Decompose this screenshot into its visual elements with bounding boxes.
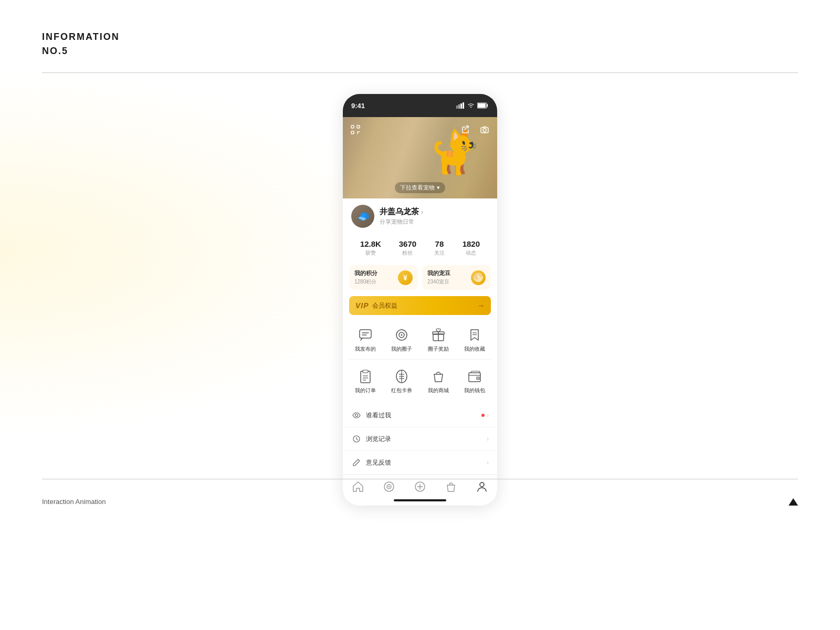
svg-rect-25: [363, 370, 368, 373]
stat-fans-label: 粉丝: [399, 249, 416, 257]
nav-item-shop-nav[interactable]: [435, 480, 466, 493]
svg-rect-8: [351, 131, 354, 134]
menu-grid-row1: 我发布的 我的圈子: [343, 318, 497, 359]
svg-point-37: [355, 414, 358, 417]
list-item-who-viewed-text: 谁看过我: [366, 411, 481, 420]
list-item-history-text: 浏览记录: [366, 435, 487, 444]
profile-info: 井盖乌龙茶 › 分享宠物日常: [380, 207, 423, 226]
svg-rect-5: [478, 103, 486, 108]
profile-bio: 分享宠物日常: [380, 218, 423, 226]
page-number: NO.5: [42, 46, 798, 57]
stats-row: 12.8K 获赞 3670 粉丝 78 关注 1820 动态: [343, 234, 497, 262]
page-header: INFORMATION NO.5: [0, 0, 840, 67]
share-icon[interactable]: [458, 122, 473, 137]
hero-right-icons: [458, 122, 492, 137]
menu-label-favorites: 我的收藏: [464, 345, 485, 353]
bean-card-left: 我的宠豆 2340宠豆: [427, 269, 450, 286]
stat-posts-label: 动态: [463, 249, 480, 257]
clock-icon: [351, 434, 362, 444]
phone-mockup: 9:41: [343, 94, 497, 506]
signal-icon: [456, 102, 465, 109]
svg-point-41: [388, 486, 390, 488]
circle-icon: [393, 327, 410, 343]
menu-item-orders[interactable]: 我的订单: [347, 364, 384, 398]
nav-item-profile[interactable]: [466, 480, 497, 493]
profile-section: 🧢 井盖乌龙茶 › 分享宠物日常: [343, 198, 497, 234]
status-time: 9:41: [351, 102, 365, 110]
menu-item-circle[interactable]: 我的圈子: [384, 322, 421, 357]
menu-label-wallet: 我的钱包: [464, 387, 485, 394]
wifi-icon: [467, 102, 475, 109]
status-bar: 9:41: [343, 94, 497, 117]
menu-grid-row2: 我的订单 红包卡券: [343, 360, 497, 401]
list-item-history-right: ›: [487, 435, 489, 443]
menu-item-posts[interactable]: 我发布的: [347, 322, 384, 357]
stat-posts-value: 1820: [463, 239, 480, 248]
wallet-icon: [466, 368, 483, 385]
menu-item-wallet[interactable]: 我的钱包: [457, 364, 494, 398]
vip-label: 会员权益: [372, 301, 397, 310]
clipboard-icon: [357, 368, 374, 385]
svg-point-45: [480, 482, 484, 487]
battery-icon: [477, 102, 489, 109]
stat-fans: 3670 粉丝: [399, 239, 416, 257]
page-title: INFORMATION: [42, 32, 798, 43]
profile-row: 🧢 井盖乌龙茶 › 分享宠物日常: [351, 205, 489, 228]
bottom-divider: [42, 479, 798, 479]
bean-card[interactable]: 我的宠豆 2340宠豆 🌕: [422, 265, 491, 290]
camera-icon[interactable]: [477, 122, 492, 137]
points-card[interactable]: 我的积分 1280积分 ¥: [349, 265, 418, 290]
vip-banner[interactable]: VIP 会员权益 →: [349, 296, 491, 315]
menu-label-reward: 圈子奖励: [428, 345, 449, 353]
shopping-bag-icon: [430, 368, 447, 385]
footer-label: Interaction Animation: [42, 498, 106, 506]
hero-overlay-icons: [348, 122, 492, 137]
profile-name-row: 井盖乌龙茶 ›: [380, 207, 423, 217]
list-item-who-viewed[interactable]: 谁看过我 ›: [343, 404, 497, 427]
points-title: 我的积分: [354, 269, 377, 277]
profile-chevron-icon[interactable]: ›: [421, 208, 423, 216]
list-item-feedback-text: 意见反馈: [366, 458, 487, 467]
eye-icon: [351, 410, 362, 421]
menu-label-coupons: 红包卡券: [391, 387, 412, 394]
vip-arrow-icon: →: [477, 301, 485, 310]
menu-item-shop[interactable]: 我的商城: [420, 364, 457, 398]
nav-item-add[interactable]: [405, 480, 436, 493]
list-item-feedback[interactable]: 意见反馈 ›: [343, 451, 497, 475]
stat-likes-value: 12.8K: [360, 239, 381, 248]
list-chevron-history-icon: ›: [487, 435, 489, 443]
bean-title: 我的宠豆: [427, 269, 450, 277]
hero-bottom-label: 下拉查看宠物 ▾: [395, 182, 445, 193]
menu-label-posts: 我发布的: [355, 345, 376, 353]
target-nav-icon: [383, 480, 395, 493]
home-nav-icon: [352, 480, 364, 493]
menu-label-circle: 我的圈子: [391, 345, 412, 353]
bottom-nav: [343, 475, 497, 496]
profile-name: 井盖乌龙茶: [380, 207, 419, 217]
points-value: 1280积分: [354, 278, 377, 286]
menu-item-coupons[interactable]: 红包卡券: [384, 364, 421, 398]
svg-rect-3: [463, 102, 464, 109]
footer: Interaction Animation: [42, 498, 798, 506]
svg-rect-1: [458, 104, 460, 109]
gift-icon: [430, 327, 447, 343]
points-coin-icon: ¥: [398, 270, 413, 285]
svg-rect-6: [351, 125, 354, 128]
stat-following: 78 关注: [434, 239, 445, 257]
chat-bubble-icon: [357, 327, 374, 343]
svg-point-12: [483, 129, 486, 132]
svg-rect-0: [456, 106, 458, 109]
list-item-history[interactable]: 浏览记录 ›: [343, 427, 497, 451]
menu-item-reward[interactable]: 圈子奖励: [420, 322, 457, 357]
stat-following-value: 78: [434, 239, 445, 248]
menu-label-shop: 我的商城: [428, 387, 449, 394]
person-nav-icon: [476, 480, 488, 493]
svg-point-18: [401, 334, 403, 336]
list-chevron-feedback-icon: ›: [487, 459, 489, 466]
scan-icon[interactable]: [348, 122, 363, 137]
menu-label-orders: 我的订单: [355, 387, 376, 394]
menu-item-favorites[interactable]: 我的收藏: [457, 322, 494, 357]
nav-item-discover[interactable]: [374, 480, 405, 493]
nav-item-home[interactable]: [343, 480, 374, 493]
pencil-icon: [351, 457, 362, 468]
